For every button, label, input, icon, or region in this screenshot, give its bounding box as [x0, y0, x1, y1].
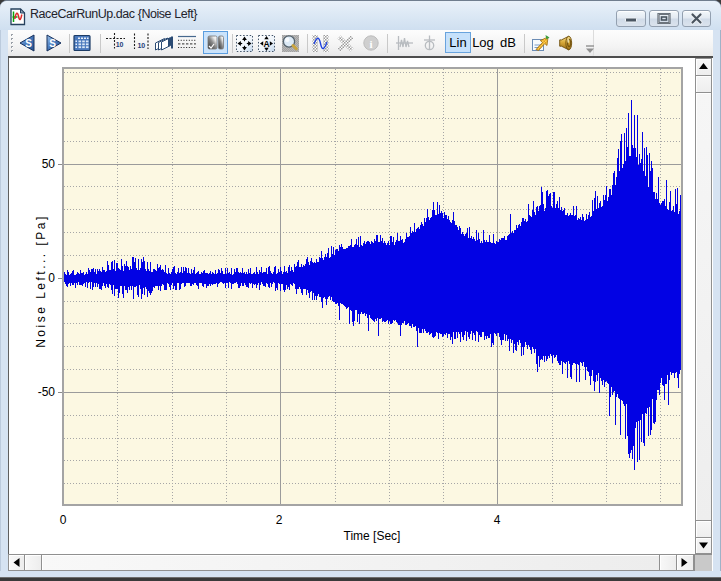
svg-text:S: S: [25, 38, 32, 49]
svg-text:A: A: [263, 39, 269, 49]
svg-text:i: i: [369, 38, 372, 50]
svg-text:10: 10: [116, 41, 124, 48]
svg-text:10: 10: [137, 42, 145, 49]
svg-text:S: S: [49, 38, 56, 49]
